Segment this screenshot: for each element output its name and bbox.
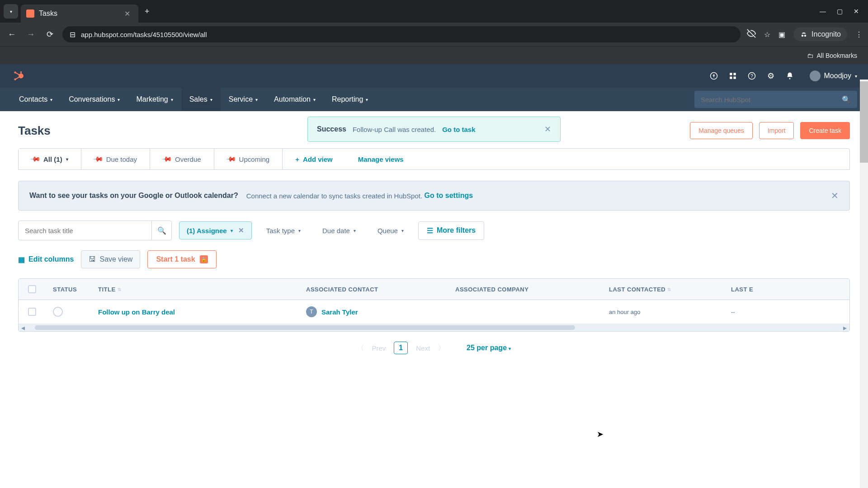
scrollbar-thumb[interactable] <box>35 325 575 330</box>
prev-button[interactable]: Prev <box>372 344 386 352</box>
incognito-icon <box>800 30 808 38</box>
last-e-cell: -- <box>724 300 778 324</box>
col-status[interactable]: STATUS <box>46 279 91 300</box>
col-last-contacted[interactable]: LAST CONTACTED⇅ <box>602 279 724 300</box>
reload-icon[interactable]: ⟳ <box>43 29 56 39</box>
chevron-down-icon: ▾ <box>66 157 68 162</box>
page-number[interactable]: 1 <box>394 342 408 354</box>
panel-icon[interactable]: ▣ <box>778 30 785 39</box>
bookmark-star-icon[interactable]: ☆ <box>764 30 770 39</box>
task-title-link[interactable]: Follow up on Barry deal <box>98 308 175 316</box>
toast-close-icon[interactable]: ✕ <box>544 124 551 134</box>
clear-assignee-icon[interactable]: ✕ <box>238 226 244 235</box>
task-type-filter[interactable]: Task type▾ <box>259 222 308 239</box>
user-menu[interactable]: Moodjoy ▾ <box>804 70 857 81</box>
maximize-icon[interactable]: ▢ <box>837 8 843 15</box>
close-window-icon[interactable]: ✕ <box>854 8 859 15</box>
svg-line-8 <box>15 77 20 79</box>
search-icon[interactable]: 🔍 <box>842 95 851 104</box>
settings-gear-icon[interactable]: ⚙ <box>766 71 775 80</box>
task-search-input[interactable] <box>19 227 151 235</box>
edit-columns-button[interactable]: ▦ Edit columns <box>18 255 74 264</box>
tab-favicon <box>26 9 34 18</box>
manage-queues-button[interactable]: Manage queues <box>690 122 752 139</box>
go-to-settings-link[interactable]: Go to settings <box>425 192 473 200</box>
nav-reporting[interactable]: Reporting▾ <box>324 88 376 111</box>
horizontal-scrollbar[interactable]: ◂ ▸ <box>19 324 849 331</box>
tab-upcoming[interactable]: 📌 Upcoming <box>214 149 283 169</box>
tab-due-today[interactable]: 📌 Due today <box>81 149 150 169</box>
start-task-button[interactable]: Start 1 task 🔒 <box>147 250 216 268</box>
scroll-left-icon[interactable]: ◂ <box>19 324 28 332</box>
nav-contacts[interactable]: Contacts▾ <box>11 88 61 111</box>
calendar-sync-banner: Want to see your tasks on your Google or… <box>18 181 850 211</box>
url-text: app.hubspot.com/tasks/45105500/view/all <box>81 31 207 38</box>
create-task-button[interactable]: Create task <box>800 122 850 139</box>
marketplace-icon[interactable] <box>728 71 737 80</box>
save-view-button[interactable]: 🖫 Save view <box>81 250 140 268</box>
per-page-selector[interactable]: 25 per page ▾ <box>467 344 511 352</box>
all-bookmarks-button[interactable]: 🗀 All Bookmarks <box>807 52 857 59</box>
contact-link[interactable]: Sarah Tyler <box>321 308 358 316</box>
task-search-box: 🔍 <box>18 221 172 240</box>
page-title: Tasks <box>18 124 51 138</box>
nav-marketing[interactable]: Marketing▾ <box>128 88 181 111</box>
assignee-filter[interactable]: (1) Assignee ▾ ✕ <box>179 221 252 239</box>
forward-icon[interactable]: → <box>24 30 37 39</box>
select-all-checkbox[interactable] <box>28 285 36 293</box>
scroll-right-icon[interactable]: ▸ <box>840 324 849 332</box>
content-area: Success Follow-up Call was created. Go t… <box>0 111 868 365</box>
nav-service[interactable]: Service▾ <box>221 88 266 111</box>
next-button[interactable]: Next <box>416 344 430 352</box>
banner-close-icon[interactable]: ✕ <box>831 190 839 201</box>
new-tab-button[interactable]: + <box>138 7 156 16</box>
next-page-icon[interactable]: 〉 <box>438 344 445 352</box>
browser-tab-strip: ▾ Tasks ✕ + — ▢ ✕ <box>0 0 868 23</box>
incognito-badge[interactable]: Incognito <box>793 28 847 41</box>
status-toggle[interactable] <box>53 307 63 317</box>
more-filters-button[interactable]: ☰ More filters <box>418 221 484 240</box>
svg-point-17 <box>789 78 790 80</box>
hubspot-logo-icon[interactable] <box>11 69 25 83</box>
app-header: ? ⚙ Moodjoy ▾ <box>0 64 868 88</box>
help-icon[interactable]: ? <box>747 71 756 80</box>
col-title[interactable]: TITLE⇅ <box>91 279 299 300</box>
tab-all[interactable]: 📌 All (1) ▾ <box>19 149 81 169</box>
search-hubspot[interactable]: 🔍 <box>694 91 857 108</box>
browser-tab[interactable]: Tasks ✕ <box>21 5 138 23</box>
back-icon[interactable]: ← <box>5 30 18 39</box>
row-checkbox[interactable] <box>28 308 36 316</box>
nav-sales[interactable]: Sales▾ <box>181 88 221 111</box>
queue-filter[interactable]: Queue▾ <box>370 222 411 239</box>
search-icon[interactable]: 🔍 <box>151 221 171 240</box>
scrollbar-thumb[interactable] <box>860 81 868 163</box>
site-info-icon[interactable]: ⊟ <box>70 30 75 39</box>
manage-views-link[interactable]: Manage views <box>345 149 416 169</box>
import-button[interactable]: Import <box>759 122 794 139</box>
minimize-icon[interactable]: — <box>820 8 826 15</box>
browser-menu-icon[interactable]: ⋮ <box>855 30 863 39</box>
tab-overdue[interactable]: 📌 Overdue <box>150 149 214 169</box>
col-company[interactable]: ASSOCIATED COMPANY <box>448 279 602 300</box>
col-last-e[interactable]: LAST E <box>724 279 778 300</box>
search-hubspot-input[interactable] <box>701 96 842 103</box>
address-bar[interactable]: ⊟ app.hubspot.com/tasks/45105500/view/al… <box>62 26 741 42</box>
vertical-scrollbar[interactable] <box>860 80 868 488</box>
prev-page-icon[interactable]: 〈 <box>357 344 364 352</box>
add-view-button[interactable]: + Add view <box>283 149 345 169</box>
browser-toolbar: ← → ⟳ ⊟ app.hubspot.com/tasks/45105500/v… <box>0 23 868 46</box>
tab-close-icon[interactable]: ✕ <box>122 9 133 18</box>
due-date-filter[interactable]: Due date▾ <box>315 222 363 239</box>
banner-text: Connect a new calendar to sync tasks cre… <box>246 192 422 200</box>
tab-search-dropdown[interactable]: ▾ <box>4 4 18 19</box>
svg-line-7 <box>15 72 20 75</box>
table-header: STATUS TITLE⇅ ASSOCIATED CONTACT ASSOCIA… <box>19 279 849 300</box>
nav-automation[interactable]: Automation▾ <box>266 88 324 111</box>
notifications-bell-icon[interactable] <box>785 71 794 80</box>
nav-conversations[interactable]: Conversations▾ <box>61 88 128 111</box>
eye-off-icon[interactable] <box>747 29 756 40</box>
toast-go-to-task-link[interactable]: Go to task <box>442 126 475 133</box>
col-contact[interactable]: ASSOCIATED CONTACT <box>299 279 448 300</box>
upgrade-icon[interactable] <box>709 71 718 80</box>
task-table: STATUS TITLE⇅ ASSOCIATED CONTACT ASSOCIA… <box>18 278 850 332</box>
